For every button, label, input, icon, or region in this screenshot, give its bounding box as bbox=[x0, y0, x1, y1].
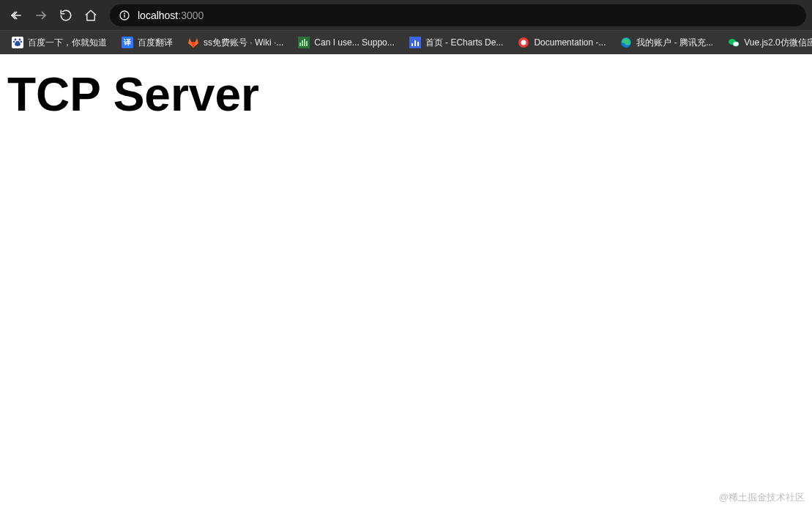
site-info-icon[interactable] bbox=[119, 10, 130, 21]
svg-point-7 bbox=[13, 41, 15, 43]
forward-button[interactable] bbox=[31, 5, 51, 26]
bookmark-label: Can I use... Suppo... bbox=[314, 37, 394, 48]
svg-point-6 bbox=[19, 39, 21, 41]
wechat-favicon-icon bbox=[728, 37, 740, 48]
baidu-favicon-icon bbox=[12, 37, 23, 48]
bookmark-label: 首页 - ECharts De... bbox=[425, 37, 504, 49]
bookmark-label: ss免费账号 · Wiki ·... bbox=[204, 37, 283, 49]
svg-rect-15 bbox=[411, 43, 413, 46]
svg-rect-10 bbox=[299, 42, 301, 46]
reload-icon bbox=[59, 9, 72, 22]
arrow-right-icon bbox=[34, 9, 48, 22]
back-button[interactable] bbox=[6, 5, 26, 26]
svg-point-4 bbox=[124, 13, 125, 14]
bookmark-label: 百度翻译 bbox=[138, 37, 173, 49]
baidu-fanyi-favicon-icon: 译 bbox=[122, 37, 133, 48]
edge-favicon-icon bbox=[620, 37, 632, 48]
echarts-favicon-icon bbox=[409, 37, 421, 48]
bookmark-item[interactable]: Documentation -... bbox=[510, 34, 613, 51]
bookmark-item[interactable]: 译 百度翻译 bbox=[114, 34, 180, 52]
svg-point-8 bbox=[21, 41, 23, 43]
bookmark-label: 我的账户 - 腾讯充... bbox=[636, 37, 713, 49]
watermark: @稀土掘金技术社区 bbox=[719, 491, 805, 504]
bookmark-item[interactable]: 我的账户 - 腾讯充... bbox=[613, 34, 720, 52]
url-text: localhost:3000 bbox=[138, 10, 204, 21]
svg-point-22 bbox=[733, 42, 739, 46]
bookmark-item[interactable]: 首页 - ECharts De... bbox=[402, 34, 511, 52]
gitlab-favicon-icon bbox=[187, 37, 199, 48]
svg-point-19 bbox=[521, 40, 526, 45]
page-heading: TCP Server bbox=[7, 67, 805, 122]
bookmark-label: 百度一下，你就知道 bbox=[28, 37, 107, 49]
bookmark-label: Documentation -... bbox=[534, 37, 606, 48]
home-button[interactable] bbox=[81, 5, 101, 26]
svg-rect-17 bbox=[417, 42, 419, 46]
page-content: TCP Server bbox=[0, 54, 812, 135]
bookmarks-bar: 百度一下，你就知道 译 百度翻译 ss免费账号 · Wiki ·... Can … bbox=[0, 30, 812, 54]
caniuse-favicon-icon bbox=[298, 37, 310, 48]
bookmark-item[interactable]: Can I use... Suppo... bbox=[291, 34, 401, 51]
bookmark-item[interactable]: 百度一下，你就知道 bbox=[4, 34, 114, 52]
reload-button[interactable] bbox=[56, 5, 76, 26]
browser-toolbar: localhost:3000 bbox=[0, 0, 812, 30]
svg-rect-16 bbox=[414, 40, 416, 46]
url-port: :3000 bbox=[178, 10, 204, 21]
svg-rect-11 bbox=[302, 40, 303, 46]
bookmark-item[interactable]: ss免费账号 · Wiki ·... bbox=[180, 34, 291, 52]
bookmark-item[interactable]: Vue.js2.0仿微信应用 bbox=[720, 34, 812, 52]
address-bar[interactable]: localhost:3000 bbox=[110, 4, 806, 26]
url-host: localhost bbox=[138, 10, 178, 21]
home-icon bbox=[84, 9, 97, 22]
doc-favicon-icon bbox=[518, 37, 529, 48]
svg-rect-13 bbox=[306, 41, 308, 46]
svg-point-5 bbox=[15, 39, 17, 41]
bookmark-label: Vue.js2.0仿微信应用 bbox=[744, 37, 812, 49]
svg-rect-12 bbox=[304, 39, 305, 46]
arrow-left-icon bbox=[10, 9, 23, 22]
